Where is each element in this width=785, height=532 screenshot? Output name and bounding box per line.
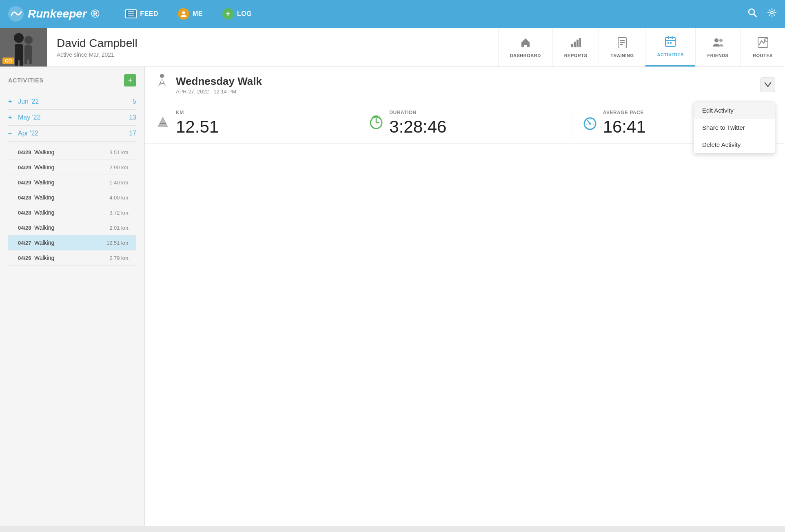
tab-training[interactable]: TRAINING	[599, 28, 645, 66]
stat-duration: DURATION 3:28:46	[368, 110, 572, 137]
stat-km-text: KM 12.51	[176, 110, 219, 137]
tab-friends[interactable]: FRIENDS	[695, 28, 740, 66]
sidebar-header: ACTIVITIES +	[0, 67, 144, 94]
month-jun22-label: Jun '22	[18, 98, 133, 105]
tab-activities[interactable]: ACTIVITIES	[645, 28, 695, 66]
svg-rect-27	[670, 42, 672, 44]
activity-title-block: Wednesday Walk APR 27, 2022 - 12:14 PM	[176, 75, 262, 95]
profile-since: Active since Mar, 2021	[57, 51, 143, 58]
tab-routes-label: ROUTES	[753, 53, 773, 58]
km-icon	[155, 114, 171, 133]
activity-dist: 2.79 km.	[109, 255, 136, 261]
svg-rect-7	[15, 44, 23, 60]
list-item[interactable]: 04/28 Walking 2.01 km.	[8, 220, 136, 235]
stat-duration-label: DURATION	[389, 110, 446, 115]
svg-point-29	[719, 39, 723, 42]
activity-dist: 4.00 km.	[109, 195, 136, 201]
month-jun22-toggle: +	[8, 98, 16, 105]
activity-date: 04/29	[18, 149, 34, 155]
dropdown-edit[interactable]: Edit Activity	[694, 102, 775, 119]
svg-point-1	[182, 11, 185, 14]
svg-point-4	[771, 11, 773, 14]
activity-date: 04/28	[18, 210, 34, 216]
app-name: Runkeeper	[28, 7, 87, 20]
log-icon: +	[222, 8, 234, 20]
top-nav: Runkeeper® FEED ME + LOG	[0, 0, 785, 28]
activity-date: 04/28	[18, 195, 34, 201]
activity-dist: 3.51 km.	[109, 149, 136, 155]
tab-dashboard[interactable]: DASHBOARD	[498, 28, 552, 66]
training-icon	[616, 37, 628, 51]
svg-line-45	[593, 124, 594, 125]
tab-routes[interactable]: ROUTES	[740, 28, 785, 66]
speedometer-icon	[582, 114, 598, 133]
month-apr22-label: Apr '22	[18, 130, 129, 137]
svg-point-43	[589, 122, 591, 124]
list-item[interactable]: 04/26 Walking 2.79 km.	[8, 250, 136, 266]
svg-rect-38	[374, 115, 378, 117]
profile-info: David Campbell Active since Mar, 2021	[47, 28, 153, 66]
activity-dist: 1.40 km.	[109, 180, 136, 186]
list-item[interactable]: 04/29 Walking 1.40 km.	[8, 175, 136, 190]
nav-links: FEED ME + LOG	[115, 0, 747, 28]
svg-rect-13	[29, 59, 32, 64]
nav-log[interactable]: + LOG	[213, 0, 262, 28]
activity-type: Walking	[34, 239, 106, 246]
month-may22-label: May '22	[18, 114, 129, 121]
nav-me[interactable]: ME	[168, 0, 213, 28]
svg-rect-19	[620, 40, 625, 41]
svg-rect-11	[24, 45, 32, 60]
svg-line-33	[160, 83, 164, 84]
activity-menu-button[interactable]	[761, 78, 775, 92]
tab-reports[interactable]: REPORTS	[552, 28, 599, 66]
activity-header: Wednesday Walk APR 27, 2022 - 12:14 PM	[145, 67, 785, 103]
log-label: LOG	[237, 10, 252, 18]
activity-dist: 12.51 km.	[106, 240, 136, 246]
stat-pace-label: AVERAGE PACE	[603, 110, 646, 115]
month-apr22[interactable]: – Apr '22 17	[8, 126, 136, 142]
svg-rect-21	[620, 44, 623, 45]
svg-line-3	[754, 14, 756, 17]
list-item-selected[interactable]: 04/27 Walking 12.51 km.	[8, 235, 136, 250]
svg-line-44	[586, 124, 587, 125]
activity-title: Wednesday Walk	[176, 75, 262, 88]
month-may22[interactable]: + May '22 13	[8, 110, 136, 126]
svg-rect-23	[668, 36, 669, 39]
add-activity-button[interactable]: +	[124, 74, 136, 86]
svg-rect-17	[579, 38, 581, 47]
svg-rect-20	[620, 42, 625, 43]
activity-date: 04/28	[18, 225, 34, 231]
list-item[interactable]: 04/28 Walking 4.00 km.	[8, 190, 136, 205]
svg-rect-26	[667, 42, 669, 44]
list-item[interactable]: 04/29 Walking 2.90 km.	[8, 160, 136, 175]
stat-km: KM 12.51	[155, 110, 358, 137]
month-apr22-count: 17	[129, 130, 136, 137]
sidebar: ACTIVITIES + + Jun '22 5 + May '22 13 – …	[0, 67, 145, 526]
month-jun22[interactable]: + Jun '22 5	[8, 94, 136, 110]
stat-km-value: 12.51	[176, 117, 219, 136]
routes-icon	[757, 37, 769, 51]
dropdown-delete[interactable]: Delete Activity	[694, 136, 775, 153]
activity-datetime: APR 27, 2022 - 12:14 PM	[176, 89, 262, 95]
search-icon[interactable]	[747, 8, 757, 20]
feed-label: FEED	[140, 10, 158, 18]
month-apr22-toggle: –	[8, 130, 16, 137]
svg-rect-16	[577, 40, 579, 47]
svg-rect-12	[24, 59, 27, 64]
walk-icon	[155, 73, 169, 96]
logo[interactable]: Runkeeper®	[8, 6, 99, 22]
list-item[interactable]: 04/28 Walking 3.72 km.	[8, 205, 136, 220]
activity-dist: 2.01 km.	[109, 225, 136, 231]
svg-rect-8	[15, 60, 18, 66]
tab-dashboard-label: DASHBOARD	[510, 53, 541, 58]
dropdown-menu: Edit Activity Share to Twitter Delete Ac…	[694, 102, 775, 153]
me-label: ME	[193, 10, 203, 18]
settings-icon[interactable]	[767, 8, 777, 20]
profile-header: GO David Campbell Active since Mar, 2021…	[0, 28, 785, 67]
main-layout: ACTIVITIES + + Jun '22 5 + May '22 13 – …	[0, 67, 785, 526]
activity-dist: 3.72 km.	[109, 210, 136, 216]
list-item[interactable]: 04/29 Walking 3.51 km.	[8, 145, 136, 160]
dashboard-icon	[520, 37, 531, 51]
dropdown-twitter[interactable]: Share to Twitter	[694, 119, 775, 136]
nav-feed[interactable]: FEED	[115, 0, 168, 28]
